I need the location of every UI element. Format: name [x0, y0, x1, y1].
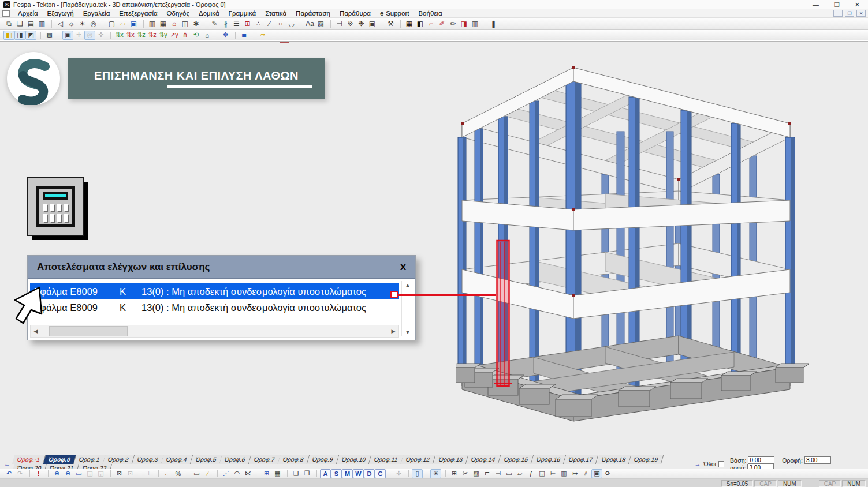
layer-s-icon[interactable]: S: [331, 469, 342, 478]
roof-view-icon[interactable]: ⌂: [202, 31, 213, 40]
scroll-right-icon[interactable]: ▶: [388, 325, 398, 337]
parallel-snap-icon[interactable]: ▱: [515, 469, 526, 478]
render-solid-icon[interactable]: ▩: [44, 31, 55, 40]
error-column-highlight[interactable]: [494, 241, 512, 386]
printer-icon[interactable]: ▦: [158, 19, 169, 29]
pencil-icon[interactable]: ✎: [209, 19, 220, 29]
zoom-window-icon[interactable]: ▭: [73, 469, 84, 478]
level-icon[interactable]: ⊥: [143, 469, 154, 478]
error-row[interactable]: Σφάλμα E8009 Κ 13(0) : Μη αποδεκτή συνδε…: [30, 283, 399, 299]
floor-tab[interactable]: Όροφ.8: [278, 455, 310, 464]
layer-a-icon[interactable]: A: [320, 469, 331, 478]
measure-icon[interactable]: ∕: [202, 469, 213, 478]
points-icon[interactable]: ∴: [253, 19, 264, 29]
cards-alt-icon[interactable]: ▥: [36, 19, 47, 29]
offset-icon[interactable]: ∦: [220, 19, 231, 29]
floor-tab[interactable]: Όροφ.0: [43, 455, 76, 464]
zoom-in-icon[interactable]: ⊕: [51, 469, 62, 478]
printer-small-icon[interactable]: ▥: [470, 19, 480, 29]
open-view-icon[interactable]: ▱: [257, 31, 268, 40]
axis-xy-icon[interactable]: ↗y: [169, 31, 180, 40]
menu-parastasi[interactable]: Παράσταση: [291, 10, 335, 17]
list-icon[interactable]: ☰: [231, 19, 242, 29]
axis-z-up-icon[interactable]: ⇅z: [136, 31, 147, 40]
circle-icon[interactable]: ○: [275, 19, 286, 29]
marker-icon[interactable]: ✐: [437, 19, 448, 29]
grid-icon[interactable]: ⊞: [242, 19, 253, 29]
view-cube-1-icon[interactable]: ◧: [3, 31, 14, 40]
axis-x-up-icon[interactable]: ⇅x: [114, 31, 125, 40]
sparkle-icon[interactable]: ✶: [77, 19, 88, 29]
floor-tab[interactable]: Όροφ.12: [401, 455, 436, 464]
floor-tab[interactable]: Όροφ.18: [596, 455, 631, 464]
floor-tab[interactable]: Όροφ.10: [336, 455, 371, 464]
calc-icon[interactable]: ▦: [404, 19, 415, 29]
speaker-icon[interactable]: ◁: [55, 19, 66, 29]
snap-arc-icon[interactable]: ◠: [232, 469, 243, 478]
layer-d-icon[interactable]: D: [364, 469, 375, 478]
floor-tab[interactable]: Όροφ.7: [249, 455, 281, 464]
wall-snap-icon[interactable]: ⊏: [482, 469, 493, 478]
tab-scroll-left-icon[interactable]: ←: [1, 460, 13, 467]
layer-w-icon[interactable]: W: [353, 469, 364, 478]
zoom-selection-icon[interactable]: ⊡: [125, 469, 136, 478]
floor-tab[interactable]: Όροφ.11: [369, 455, 404, 464]
node-target-icon[interactable]: ◎: [84, 31, 95, 40]
elevation-icon[interactable]: ✥: [220, 31, 231, 40]
light-icon[interactable]: ☼: [66, 19, 77, 29]
door-icon[interactable]: ⌐: [426, 19, 437, 29]
view-cube-3-icon[interactable]: ◩: [25, 31, 36, 40]
undo-icon[interactable]: ↶: [3, 469, 14, 478]
midpoint-snap-icon[interactable]: ▭: [504, 469, 515, 478]
vertical-scrollbar[interactable]: ▲ ▼: [401, 281, 413, 336]
paste-icon[interactable]: ❏: [14, 19, 25, 29]
window-control-button[interactable]: ✕: [855, 1, 860, 9]
snap-intersection-icon[interactable]: ⋉: [243, 469, 254, 478]
snap-points-icon[interactable]: ⋰: [221, 469, 232, 478]
zoom-next-icon[interactable]: ◱: [95, 469, 106, 478]
menu-exagogi[interactable]: Εξαγωγή: [43, 10, 79, 17]
scroll-down-icon[interactable]: ▼: [404, 328, 412, 336]
error-row[interactable]: Σφάλμα E8009 Κ 13(0) : Μη αποδεκτή συνδε…: [30, 299, 399, 316]
dimension-icon[interactable]: ⊣: [334, 19, 345, 29]
zoom-out-icon[interactable]: ⊖: [62, 469, 73, 478]
layer-c-icon[interactable]: C: [375, 469, 386, 478]
layer-m-icon[interactable]: M: [342, 469, 353, 478]
settings-icon[interactable]: ✱: [191, 19, 202, 29]
tag-icon[interactable]: ❏: [290, 469, 301, 478]
floor-tab[interactable]: Όροφ.3: [132, 455, 164, 464]
angle-icon[interactable]: ⌐: [162, 469, 173, 478]
tools-icon[interactable]: ⚒: [385, 19, 396, 29]
scroll-up-icon[interactable]: ▲: [404, 281, 412, 289]
window-control-button[interactable]: —: [813, 1, 819, 9]
function-icon[interactable]: ƒ: [526, 469, 537, 478]
floor-tab[interactable]: Όροφ.15: [498, 455, 534, 464]
menu-grammika[interactable]: Γραμμικά: [224, 10, 261, 17]
floor-tab[interactable]: Όροφ.6: [219, 455, 251, 464]
view-cube-2-icon[interactable]: ◨: [14, 31, 25, 40]
column-snap-icon[interactable]: ▥: [558, 469, 569, 478]
child-window-control-button[interactable]: ❐: [845, 10, 854, 17]
box-snap-icon[interactable]: ◱: [537, 469, 547, 478]
hatch-icon[interactable]: ※: [345, 19, 356, 29]
floor-tab[interactable]: Όροφ.17: [564, 455, 599, 464]
snap-star-icon[interactable]: ✳: [430, 469, 441, 478]
axis-y-icon[interactable]: ⇅y: [158, 31, 169, 40]
floor-tab[interactable]: Όροφ.5: [191, 455, 222, 464]
arc-icon[interactable]: ◡: [286, 19, 297, 29]
table-icon[interactable]: ▦: [272, 469, 283, 478]
perpendicular-snap-icon[interactable]: ⊢: [547, 469, 558, 478]
crosshair-icon[interactable]: ✢: [393, 469, 404, 478]
errors-icon[interactable]: !: [33, 469, 44, 478]
monitor-icon[interactable]: ◨: [459, 19, 470, 29]
thermometer-icon[interactable]: ❚: [488, 19, 499, 29]
open-folder-icon[interactable]: ▱: [117, 19, 128, 29]
cell-edit-icon[interactable]: ⊞: [261, 469, 272, 478]
menu-ergaleia[interactable]: Εργαλεία: [79, 10, 115, 17]
scrollbar-thumb[interactable]: [49, 326, 128, 336]
properties-icon[interactable]: ≣: [239, 31, 249, 40]
axis-rotate-icon[interactable]: ⟲: [191, 31, 202, 40]
node-move-icon[interactable]: ✛: [73, 31, 84, 40]
copy-item-icon[interactable]: ❐: [301, 469, 312, 478]
hatch-snap-icon[interactable]: ⫽: [580, 469, 591, 478]
